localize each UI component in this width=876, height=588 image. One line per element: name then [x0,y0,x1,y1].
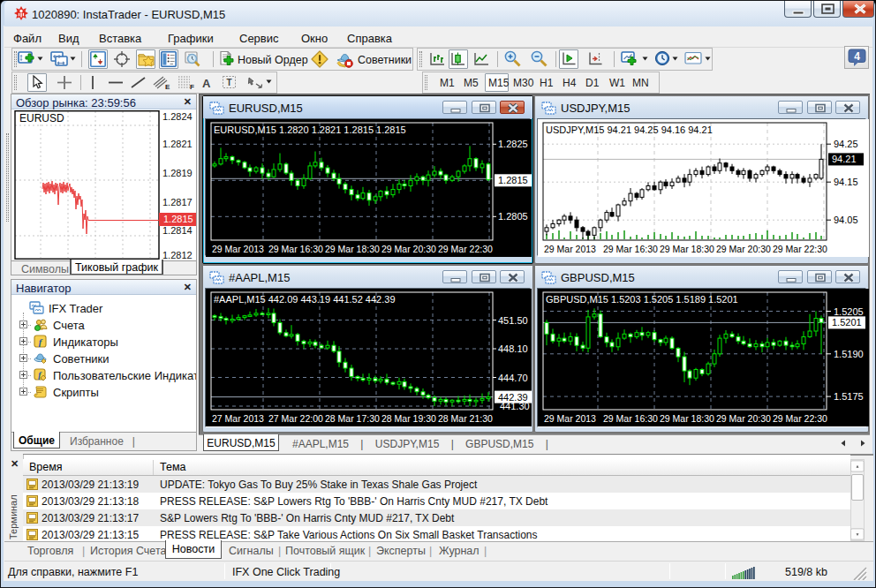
svg-text:29 Mar 16:30: 29 Mar 16:30 [603,244,658,254]
svg-text:29 Mar 20:30: 29 Mar 20:30 [716,413,771,424]
svg-text:94.05: 94.05 [834,215,858,225]
svg-text:29 Mar 16:30: 29 Mar 16:30 [603,413,658,424]
svg-text:27 Mar 2013: 27 Mar 2013 [212,413,264,424]
svg-text:29 Mar 2013: 29 Mar 2013 [544,413,596,424]
svg-text:1.5190: 1.5190 [834,349,864,359]
svg-text:1.5205: 1.5205 [834,306,864,317]
svg-text:27 Mar 22:00: 27 Mar 22:00 [268,413,323,424]
svg-text:GBPUSD,M15 1.5203 1.5205 1.51: GBPUSD,M15 1.5203 1.5205 1.5189 1.5201 [546,294,738,305]
svg-text:29 Mar 22:30: 29 Mar 22:30 [438,244,493,254]
svg-text:29 Mar 18:30: 29 Mar 18:30 [660,244,714,254]
svg-text:29 Mar 22:30: 29 Mar 22:30 [773,244,827,254]
svg-text:1.2825: 1.2825 [498,139,528,149]
svg-text:F: F [190,83,194,90]
svg-text:#AAPL,M15 442.09 443.19 441.5: #AAPL,M15 442.09 443.19 441.52 442.39 [214,294,396,305]
svg-text:29 Mar 2013: 29 Mar 2013 [212,244,264,254]
svg-text:94.21: 94.21 [832,154,857,164]
svg-text:29 Mar 18:30: 29 Mar 18:30 [660,413,714,424]
svg-text:1.5175: 1.5175 [834,391,864,402]
svg-text:USDJPY,M15 94.21 94.25 94.16: USDJPY,M15 94.21 94.25 94.16 94.21 [546,124,713,135]
svg-text:1.5201: 1.5201 [832,317,862,328]
svg-text:94.25: 94.25 [834,139,858,149]
svg-text:EURUSD,M15 1.2820 1.2821 1.28: EURUSD,M15 1.2820 1.2821 1.2815 1.2815 [214,124,406,135]
svg-text:29 Mar 16:30: 29 Mar 16:30 [268,244,323,254]
svg-text:29 Mar 20:30: 29 Mar 20:30 [381,244,436,254]
svg-text:94.15: 94.15 [834,177,858,187]
svg-text:448.10: 448.10 [498,343,528,354]
svg-text:1.2815: 1.2815 [498,175,528,185]
svg-text:28 Mar 19:30: 28 Mar 19:30 [381,413,436,424]
svg-text:EURUSD: EURUSD [19,112,64,124]
svg-text:441.30: 441.30 [500,401,530,411]
svg-text:29 Mar 22:30: 29 Mar 22:30 [773,413,827,424]
svg-text:28 Mar 17:30: 28 Mar 17:30 [325,413,380,424]
svg-text:29 Mar 2013: 29 Mar 2013 [544,244,596,254]
svg-text:444.70: 444.70 [498,373,528,383]
svg-text:1.2805: 1.2805 [498,211,528,222]
svg-text:451.50: 451.50 [498,315,528,326]
svg-text:4: 4 [854,50,860,63]
svg-text:T: T [226,78,231,87]
svg-text:29 Mar 18:30: 29 Mar 18:30 [325,244,380,254]
svg-text:E: E [165,83,170,90]
svg-text:28 Mar 21:30: 28 Mar 21:30 [438,413,493,424]
svg-text:29 Mar 20:30: 29 Mar 20:30 [716,244,771,254]
